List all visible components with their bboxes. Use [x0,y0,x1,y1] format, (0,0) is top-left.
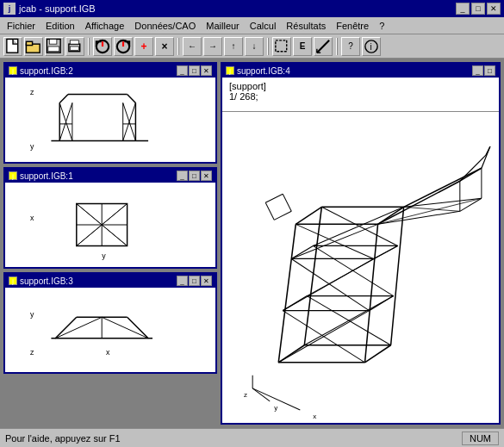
toolbar-select[interactable] [272,37,291,56]
svg-rect-13 [276,40,287,51]
svg-line-93 [321,207,397,245]
toolbar-arrow-right[interactable]: → [203,37,222,56]
svg-text:x: x [106,348,110,357]
svg-line-108 [283,194,291,211]
svg-line-42 [77,204,102,226]
sub-window-2-maximize[interactable]: □ [189,65,200,76]
svg-line-89 [313,245,393,295]
svg-line-87 [291,258,369,310]
title-bar: j jcab - support.IGB _ □ ✕ [0,0,504,17]
toolbar-new[interactable] [3,37,22,56]
toolbar-rotate-left[interactable] [93,37,112,56]
sub-window-1-minimize[interactable]: _ [177,171,188,181]
toolbar-arrow-down[interactable]: ↓ [245,37,264,56]
sub-window-2-title: j support.IGB:2 _ □ ✕ [5,64,215,78]
svg-line-109 [274,211,291,220]
toolbar-edit[interactable]: E [293,37,312,56]
toolbar: + × ← → ↑ ↓ E ? i [0,34,504,59]
close-button[interactable]: ✕ [487,3,501,15]
title-text: jcab - support.IGB [19,3,96,14]
right-panel-title-text: support.IGB:4 [237,66,290,76]
menu-edition[interactable]: Edition [40,19,80,33]
sub-window-3-minimize[interactable]: _ [177,276,188,286]
svg-rect-5 [48,47,59,52]
svg-line-51 [128,317,149,338]
svg-rect-2 [26,41,32,45]
svg-line-14 [317,40,329,52]
toolbar-sep3 [267,38,269,55]
menu-fichier[interactable]: Fichier [2,19,40,33]
right-panel-icon: j [226,66,234,75]
svg-text:y: y [30,142,34,151]
svg-line-53 [55,317,102,338]
status-num-badge: NUM [462,431,499,445]
sub-window-1-close[interactable]: ✕ [201,171,212,181]
right-panel-controls: _ □ [472,65,495,76]
menu-help[interactable]: ? [374,19,389,33]
sub-window-2-minimize[interactable]: _ [177,65,188,76]
toolbar-sep2 [177,38,179,55]
svg-line-43 [102,204,127,226]
sub-window-3-maximize[interactable]: □ [189,276,200,286]
svg-line-54 [102,317,148,338]
minimize-button[interactable]: _ [456,3,470,15]
toolbar-measure[interactable] [314,37,333,56]
sub-window-2-title-text: support.IGB:2 [20,66,73,76]
right-panel: j support.IGB:4 _ □ [support] 1/ 268; z … [221,62,501,425]
sub-window-3-title-text: support.IGB:3 [20,276,73,286]
toolbar-save[interactable] [45,37,64,56]
sub-window-3-icon: j [9,276,17,285]
svg-line-80 [296,207,321,224]
right-panel-maximize[interactable]: □ [484,65,495,76]
svg-text:x: x [30,214,34,222]
right-panel-info-line1: [support] [229,81,492,91]
sub-window-2-controls: _ □ ✕ [177,65,212,76]
svg-text:y: y [30,310,34,319]
sub-window-1-content: x y [5,183,215,267]
svg-line-85 [307,296,390,345]
svg-line-44 [77,225,102,246]
svg-text:y: y [274,404,277,412]
toolbar-print[interactable] [65,37,84,56]
svg-line-91 [296,224,373,258]
sub-window-2: j support.IGB:2 _ □ ✕ z y [3,62,217,164]
left-panel: j support.IGB:2 _ □ ✕ z y [3,62,217,425]
menu-bar: Fichier Edition Affichage Données/CAO Ma… [0,17,504,34]
svg-line-65 [391,207,404,345]
sub-window-2-close[interactable]: ✕ [201,65,212,76]
menu-fenetre[interactable]: Fenêtre [331,19,374,33]
right-panel-canvas[interactable]: z y x [222,112,499,423]
menu-resultats[interactable]: Résultats [281,19,331,33]
svg-text:z: z [30,88,34,96]
toolbar-zoom-in[interactable]: + [134,37,153,56]
sub-window-3-close[interactable]: ✕ [201,276,212,286]
toolbar-zoom-out[interactable]: × [155,37,174,56]
svg-text:z: z [30,348,34,357]
sub-window-1-svg: x y [5,183,215,267]
sub-window-3: j support.IGB:3 _ □ ✕ y z x [3,272,217,374]
svg-line-106 [486,146,490,155]
sub-window-1-controls: _ □ ✕ [177,171,212,181]
svg-line-45 [102,225,127,246]
sub-window-1-maximize[interactable]: □ [189,171,200,181]
sub-window-2-content: z y [5,78,215,162]
toolbar-info[interactable]: i [362,37,381,56]
right-panel-3d-svg: z y x [222,112,499,423]
menu-affichage[interactable]: Affichage [80,19,130,33]
toolbar-arrow-up[interactable]: ↑ [224,37,243,56]
toolbar-rotate-right[interactable] [114,37,133,56]
toolbar-sep4 [336,38,338,55]
menu-calcul[interactable]: Calcul [245,19,282,33]
title-controls: _ □ ✕ [456,3,501,15]
maximize-button[interactable]: □ [471,3,485,15]
svg-line-92 [313,207,403,245]
sub-window-1-title: j support.IGB:1 _ □ ✕ [5,169,215,183]
sub-window-1-title-text: support.IGB:1 [20,171,73,181]
toolbar-arrow-left[interactable]: ← [183,37,202,56]
menu-donnees-cao[interactable]: Données/CAO [129,19,201,33]
menu-mailleur[interactable]: Mailleur [201,19,245,33]
right-panel-minimize[interactable]: _ [472,65,483,76]
toolbar-help[interactable]: ? [341,37,360,56]
sub-window-1-icon: j [9,171,17,180]
toolbar-open[interactable] [24,37,43,56]
